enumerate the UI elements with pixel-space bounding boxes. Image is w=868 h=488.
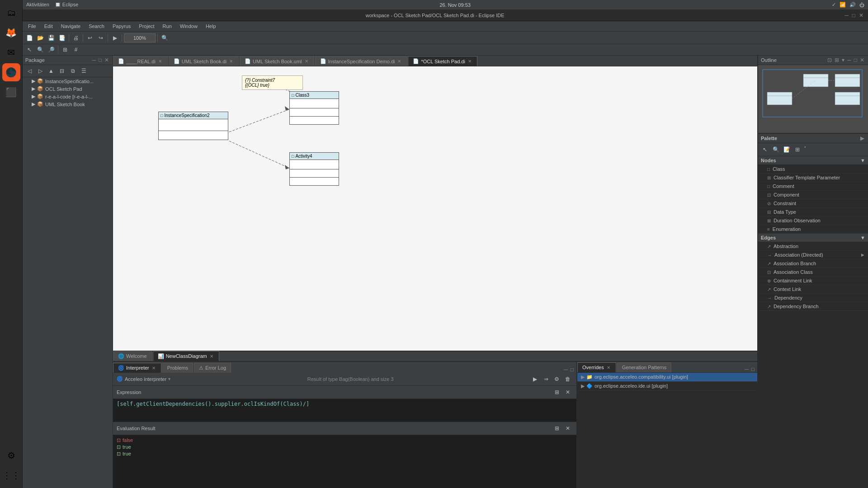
tb2-zoom-out-btn[interactable]: 🔎 bbox=[46, 45, 56, 55]
palette-item-class[interactable]: □ Class bbox=[758, 165, 868, 174]
overrides-minimize-btn[interactable]: ─ bbox=[744, 366, 750, 372]
tab-ocl-sketch-pad[interactable]: 📄 *OCL Sketch Pad.di ✕ bbox=[408, 56, 477, 66]
taskbar-eclipse-icon[interactable]: 🌑 bbox=[2, 63, 20, 81]
pkg-item-oclsketchpad[interactable]: ▶ 📦 OCL Sketch Pad bbox=[23, 85, 113, 93]
expression-input[interactable]: [self.getClientDependencies().supplier.o… bbox=[113, 399, 576, 422]
pkg-maximize-btn[interactable]: □ bbox=[98, 57, 103, 63]
menu-window[interactable]: Window bbox=[176, 23, 201, 30]
palette-select-btn[interactable]: ↖ bbox=[760, 145, 770, 155]
taskbar-settings-icon[interactable]: ⚙ bbox=[2, 446, 20, 465]
tab-uml-sketch-di[interactable]: 📄 UML Sketch Book.di ✕ bbox=[169, 56, 239, 66]
tb-print-btn[interactable]: 🖨 bbox=[71, 33, 81, 43]
pkg-item-instancespec[interactable]: ▶ 📦 InstanceSpecificatio... bbox=[23, 77, 113, 85]
menu-papyrus[interactable]: Papyrus bbox=[109, 23, 134, 30]
class-instance-spec2[interactable]: □ InstanceSpecification2 bbox=[158, 112, 228, 140]
diagram-canvas[interactable]: {?} Constraint7{{OCL} true} □ InstanceSp… bbox=[113, 66, 757, 351]
pkg-link-btn[interactable]: ⧉ bbox=[68, 66, 78, 76]
tb-open-btn[interactable]: 📂 bbox=[35, 33, 45, 43]
class-class3[interactable]: □ Class3 bbox=[289, 91, 339, 125]
window-maximize-btn[interactable]: □ bbox=[851, 12, 856, 19]
palette-item-datatype[interactable]: ⊟ Data Type bbox=[758, 208, 868, 216]
taskbar-apps-icon[interactable]: ⋮⋮ bbox=[2, 466, 20, 484]
palette-item-comment[interactable]: □ Comment bbox=[758, 182, 868, 191]
acceleo-dropdown-icon[interactable]: ▾ bbox=[168, 376, 170, 381]
overrides-maximize-btn[interactable]: □ bbox=[750, 366, 755, 372]
palette-item-duration-observation[interactable]: ⊠ Duration Observation bbox=[758, 216, 868, 225]
eval-format-btn[interactable]: ⊞ bbox=[552, 423, 562, 433]
tab-close-newclassdiagram[interactable]: ✕ bbox=[209, 354, 214, 359]
palette-item-association-class[interactable]: ⊡ Association Class bbox=[758, 268, 868, 277]
menu-file[interactable]: File bbox=[24, 23, 40, 30]
tab-close-instance-demo[interactable]: ✕ bbox=[396, 59, 402, 64]
palette-grid-btn[interactable]: ⊞ bbox=[793, 145, 802, 155]
zoom-input[interactable]: 100% bbox=[124, 33, 156, 42]
tb-run-btn[interactable]: ▶ bbox=[110, 33, 120, 43]
tab-close-uml-sketch-uml[interactable]: ✕ bbox=[304, 59, 309, 64]
pkg-collapse-all-btn[interactable]: ⊟ bbox=[57, 66, 67, 76]
menu-search[interactable]: Search bbox=[85, 23, 108, 30]
palette-item-constraint[interactable]: ⊘ Constraint bbox=[758, 199, 868, 208]
palette-item-enumeration[interactable]: ≡ Enumeration bbox=[758, 225, 868, 234]
tb-new-btn[interactable]: 📄 bbox=[24, 33, 34, 43]
pkg-collapse-btn[interactable]: ─ bbox=[91, 57, 97, 63]
palette-item-association-directed[interactable]: → Association (Directed) ▶ bbox=[758, 251, 868, 259]
class-activity4[interactable]: □ Activity4 bbox=[289, 152, 339, 186]
window-minimize-btn[interactable]: ─ bbox=[844, 12, 849, 19]
taskbar-files-icon[interactable]: 🗂 bbox=[2, 4, 20, 22]
menu-project[interactable]: Project bbox=[135, 23, 158, 30]
tab-problems[interactable]: Problems bbox=[162, 363, 193, 373]
palette-section-edges[interactable]: Edges ▼ bbox=[758, 234, 868, 242]
tab-close-real[interactable]: ✕ bbox=[157, 59, 163, 64]
tab-instance-demo[interactable]: 📄 InstanceSpecification Demo.di ✕ bbox=[315, 56, 407, 66]
palette-item-dependency-branch[interactable]: ↗ Dependency Branch bbox=[758, 302, 868, 311]
menu-edit[interactable]: Edit bbox=[41, 23, 57, 30]
activities-label[interactable]: Aktivitäten bbox=[26, 2, 49, 8]
interp-run-btn[interactable]: ▶ bbox=[530, 374, 540, 384]
tb2-grid-btn[interactable]: # bbox=[71, 45, 81, 55]
tab-error-log[interactable]: ⚠ Error Log bbox=[194, 363, 231, 373]
palette-item-association-branch[interactable]: ↗ Association Branch bbox=[758, 259, 868, 268]
expr-clear-btn[interactable]: ✕ bbox=[563, 387, 573, 397]
pkg-item-realcode[interactable]: ▶ 📦 r-e-a-l-code [r-e-a-l-... bbox=[23, 93, 113, 100]
tab-overrides[interactable]: Overrides ✕ bbox=[577, 362, 616, 372]
tb-saveall-btn[interactable]: 📑 bbox=[57, 33, 67, 43]
tab-welcome[interactable]: 🌐 Welcome bbox=[113, 351, 152, 361]
taskbar-terminal-icon[interactable]: ⬛ bbox=[2, 83, 20, 101]
tb2-select-btn[interactable]: ↖ bbox=[24, 45, 34, 55]
outline-nav-btn[interactable]: ⊞ bbox=[834, 57, 840, 63]
override-item-0[interactable]: ▶ 📁 org.eclipse.acceleo.compatibility.ui… bbox=[577, 373, 757, 382]
override-item-1[interactable]: ▶ 🔷 org.eclipse.acceleo.ide.ui [plugin] bbox=[577, 382, 757, 391]
palette-item-component[interactable]: ⊡ Component bbox=[758, 191, 868, 199]
tab-newclassdiagram[interactable]: 📊 NewClassDiagram ✕ bbox=[153, 351, 219, 361]
interp-minimize-btn[interactable]: ─ bbox=[563, 366, 569, 373]
menu-run[interactable]: Run bbox=[159, 23, 175, 30]
palette-zoom-btn[interactable]: 🔍 bbox=[771, 145, 781, 155]
palette-item-abstraction[interactable]: ↗ Abstraction bbox=[758, 242, 868, 251]
palette-note-btn[interactable]: 📝 bbox=[782, 145, 792, 155]
tab-close-uml-sketch-di[interactable]: ✕ bbox=[228, 59, 234, 64]
palette-item-dependency[interactable]: → Dependency bbox=[758, 294, 868, 302]
interp-step-btn[interactable]: ⇒ bbox=[541, 374, 551, 384]
tab-interpreter[interactable]: 🌀 Interpreter ✕ bbox=[113, 363, 161, 373]
pkg-item-umlsketchbook[interactable]: ▶ 📦 UML Sketch Book bbox=[23, 100, 113, 108]
taskbar-email-icon[interactable]: ✉ bbox=[2, 43, 20, 61]
menu-navigate[interactable]: Navigate bbox=[57, 23, 84, 30]
eval-clear-btn[interactable]: ✕ bbox=[563, 423, 573, 433]
tb-redo-btn[interactable]: ↪ bbox=[96, 33, 106, 43]
tab-close-ocl-sketch-pad[interactable]: ✕ bbox=[467, 59, 472, 64]
interp-settings-btn[interactable]: ⚙ bbox=[552, 374, 562, 384]
palette-section-nodes[interactable]: Nodes ▼ bbox=[758, 156, 868, 165]
tab-real-di[interactable]: 📄 ____REAL.di ✕ bbox=[113, 56, 168, 66]
palette-item-context-link[interactable]: ↗ Context Link bbox=[758, 285, 868, 294]
palette-expand-btn[interactable]: ▶ bbox=[859, 135, 865, 141]
tb2-zoom-in-btn[interactable]: 🔍 bbox=[35, 45, 45, 55]
acceleo-label[interactable]: Acceleo interpreter bbox=[125, 376, 166, 382]
outline-fit-btn[interactable]: ⊡ bbox=[826, 57, 833, 63]
outline-close-btn[interactable]: ✕ bbox=[859, 57, 865, 63]
tab-close-overrides[interactable]: ✕ bbox=[606, 365, 611, 370]
tab-close-interpreter[interactable]: ✕ bbox=[151, 366, 156, 371]
tb-undo-btn[interactable]: ↩ bbox=[85, 33, 95, 43]
tab-uml-sketch-uml[interactable]: 📄 UML Sketch Book.uml ✕ bbox=[240, 56, 314, 66]
outline-maximize-btn[interactable]: □ bbox=[853, 57, 858, 63]
tb-save-btn[interactable]: 💾 bbox=[46, 33, 56, 43]
